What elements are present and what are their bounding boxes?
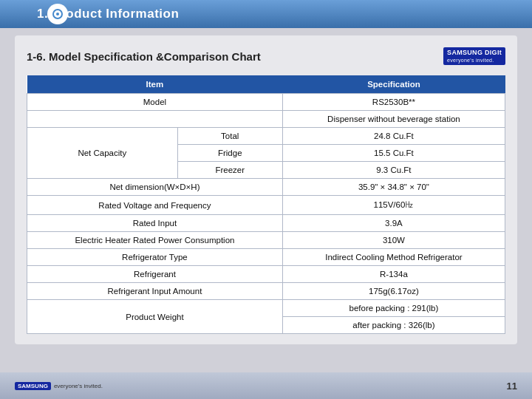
voltage-spec: 115V/60㎐ [282,196,505,215]
net-dim-spec: 35.9" × 34.8" × 70" [282,179,505,196]
ref-amount-spec: 175g(6.17oz) [282,283,505,300]
svg-point-1 [56,13,59,16]
table-row: Rated Voltage and Frequency 115V/60㎐ [27,196,505,215]
fridge-label: Fridge [177,145,282,162]
table-row: Refrigerator Type Indirect Cooling Metho… [27,249,505,266]
table-row: Net dimension(W×D×H) 35.9" × 34.8" × 70" [27,179,505,196]
weight-spec2: after packing : 326(lb) [282,317,505,334]
footer-logo: SAMSUNG everyone's invited. [15,382,103,390]
voltage-label: Rated Voltage and Frequency [27,196,283,215]
refrigerant-spec: R-134a [282,266,505,283]
heater-label: Electric Heater Rated Power Consumption [27,232,283,249]
fridge-spec: 15.5 Cu.Ft [282,145,505,162]
ref-type-label: Refrigerator Type [27,249,283,266]
footer-bar: SAMSUNG everyone's invited. 11 [0,372,532,399]
ref-type-spec: Indirect Cooling Method Refrigerator [282,249,505,266]
footer-logo-text: SAMSUNG [15,382,51,390]
rated-input-label: Rated Input [27,215,283,232]
total-spec: 24.8 Cu.Ft [282,128,505,145]
net-capacity-label: Net Capacity [27,128,178,179]
table-row: Refrigerant Input Amount 175g(6.17oz) [27,283,505,300]
model-label: Model [27,94,283,111]
table-row: Net Capacity Total 24.8 Cu.Ft [27,128,505,145]
freezer-spec: 9.3 Cu.Ft [282,162,505,179]
freezer-label: Freezer [177,162,282,179]
weight-label: Product Weight [27,300,283,334]
col-header-item: Item [27,75,283,94]
section-title: 1-6. Model Specification &Comparison Cha… [27,50,261,63]
ref-amount-label: Refrigerant Input Amount [27,283,283,300]
table-row: Model RS2530B** [27,94,505,111]
samsung-logo-text: SAMSUNG DIGIteveryone's invited. [443,47,505,65]
main-content: 1-6. Model Specification &Comparison Cha… [15,35,517,344]
model-spec2: Dispenser without beverage station [282,111,505,128]
table-row: Product Weight before packing : 291(lb) [27,300,505,317]
model-spec1: RS2530B** [282,94,505,111]
footer-tagline: everyone's invited. [54,383,103,389]
weight-spec1: before packing : 291(lb) [282,300,505,317]
table-row: Refrigerant R-134a [27,266,505,283]
refrigerant-label: Refrigerant [27,266,283,283]
table-row: Electric Heater Rated Power Consumption … [27,232,505,249]
heater-spec: 310W [282,232,505,249]
col-header-spec: Specification [282,75,505,94]
table-row: Dispenser without beverage station [27,111,505,128]
table-row: Rated Input 3.9A [27,215,505,232]
total-label: Total [177,128,282,145]
rated-input-spec: 3.9A [282,215,505,232]
header-bar: 1. Product Information [0,0,532,28]
samsung-logo: SAMSUNG DIGIteveryone's invited. [443,46,505,66]
spec-table: Item Specification Model RS2530B** Dispe… [27,75,505,334]
net-dim-label: Net dimension(W×D×H) [27,179,283,196]
page-number: 11 [507,381,517,392]
model-label2 [27,111,283,128]
header-icon [47,4,68,24]
